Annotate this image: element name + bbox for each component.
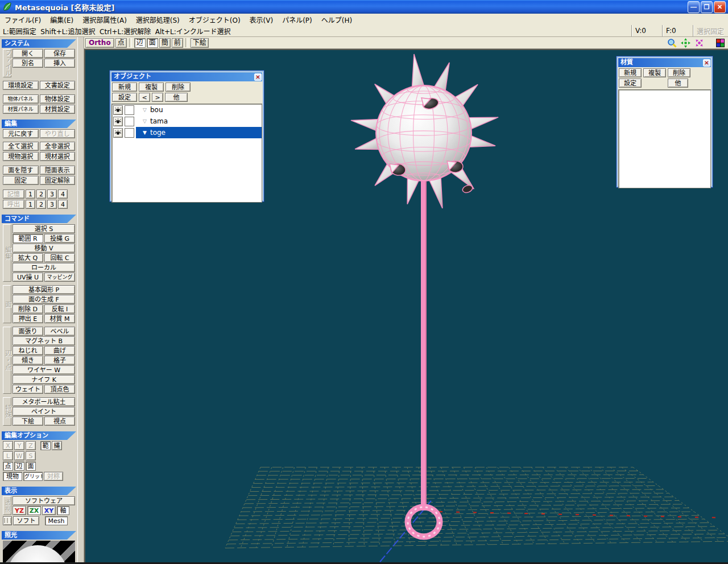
doc-settings-button[interactable]: 文書設定 <box>40 81 76 90</box>
material-panel-button[interactable]: 材質パネル <box>3 105 39 114</box>
weight-command-button[interactable]: ウェイト <box>13 385 43 394</box>
save-as-button[interactable]: 別名 <box>13 59 43 68</box>
vertex-color-command-button[interactable]: 頂点色 <box>44 385 75 394</box>
view-zx-button[interactable]: ZX <box>27 506 41 515</box>
metaball-command-button[interactable]: メタボール粘土 <box>13 397 75 406</box>
recall-slot-2[interactable]: 2 <box>36 200 46 209</box>
scale-command-button[interactable]: 拡大 Q <box>13 253 43 262</box>
object-settings-button[interactable]: 設定 <box>112 93 137 102</box>
primitive-command-button[interactable]: 基本図形 P <box>13 285 75 294</box>
view-mode-color-grid-icon[interactable] <box>716 39 725 47</box>
menu-edit[interactable]: 編集(E) <box>46 14 78 26</box>
menu-help[interactable]: ヘルプ(H) <box>317 14 357 26</box>
face-gen-command-button[interactable]: 面の生成 F <box>13 295 75 304</box>
twist-command-button[interactable]: ねじれ <box>13 346 43 355</box>
insert-button[interactable]: 挿入 <box>44 59 75 68</box>
minimize-button[interactable]: — <box>688 1 700 13</box>
magnet-command-button[interactable]: マグネット B <box>13 336 75 345</box>
extrude-command-button[interactable]: 押出 E <box>13 314 43 323</box>
material-delete-button[interactable]: 削除 <box>668 68 690 77</box>
object-list-row-selected[interactable]: ▼toge <box>112 127 262 138</box>
tilt-command-button[interactable]: 傾き <box>13 356 43 365</box>
memory-button[interactable]: 記憶 <box>3 190 24 199</box>
object-panel-close-icon[interactable]: ✕ <box>254 73 262 81</box>
grid-snap-toggle[interactable]: グリッド <box>23 472 43 481</box>
rotate-view-tool-icon[interactable] <box>694 38 704 48</box>
show-edges-button[interactable]: 辺 <box>134 38 146 48</box>
material-other-button[interactable]: 他 <box>668 79 688 88</box>
object-item[interactable]: ▽bou <box>136 104 262 116</box>
material-panel[interactable]: 材質 ✕ 新規 複製 削除 設定 他 <box>616 56 713 188</box>
sidebar-scroll-strip[interactable] <box>77 37 84 564</box>
uv-command-button[interactable]: UV操 U <box>13 273 43 282</box>
view-yz-button[interactable]: YZ <box>13 506 26 515</box>
lighting-preview[interactable] <box>3 541 75 564</box>
object-next-button[interactable]: > <box>152 93 163 102</box>
invert-command-button[interactable]: 反転 I <box>44 304 75 314</box>
lock-button[interactable]: 固定 <box>3 176 39 185</box>
menu-selection-attr[interactable]: 選択部属性(A) <box>78 14 131 26</box>
show-faces-button[interactable]: 面 <box>147 38 158 48</box>
select-none-button[interactable]: 全非選択 <box>40 142 76 151</box>
material-settings-button[interactable]: 設定 <box>619 79 642 88</box>
recall-button[interactable]: 呼出 <box>3 200 24 209</box>
face-target-toggle[interactable]: 面 <box>26 462 36 471</box>
material-list[interactable] <box>618 89 711 188</box>
redo-button[interactable]: やり直し <box>40 129 76 138</box>
recall-slot-3[interactable]: 3 <box>47 200 57 209</box>
hide-faces-button[interactable]: 面を隠す <box>3 166 39 175</box>
memory-slot-3[interactable]: 3 <box>47 190 57 199</box>
visibility-eye-icon[interactable] <box>113 105 123 115</box>
object-list-row[interactable]: ▽bou <box>112 104 262 116</box>
viewpoint-command-button[interactable]: 視点 <box>44 417 75 426</box>
maximize-button[interactable]: ❐ <box>701 1 713 13</box>
close-button[interactable]: ✕ <box>714 1 726 13</box>
material-duplicate-button[interactable]: 複製 <box>643 68 666 77</box>
lock-checkbox[interactable] <box>125 105 134 115</box>
local-l-toggle[interactable]: L <box>3 451 13 460</box>
pattern-display-button[interactable] <box>3 516 12 525</box>
world-w-toggle[interactable]: W <box>14 451 24 460</box>
simple-display-button[interactable]: 簡 <box>159 38 171 48</box>
visibility-eye-icon[interactable] <box>113 117 123 126</box>
lattice-command-button[interactable]: 格子 <box>44 356 75 365</box>
range-command-button[interactable]: 範囲 R <box>13 234 43 243</box>
wire-command-button[interactable]: ワイヤー W <box>13 365 75 374</box>
face-fill-command-button[interactable]: 面張り <box>13 327 43 336</box>
select-current-object-button[interactable]: 現物選択 <box>3 152 39 161</box>
open-button[interactable]: 開く <box>13 49 43 58</box>
menu-selection-proc[interactable]: 選択部処理(S) <box>131 14 184 26</box>
lasso-command-button[interactable]: 投縄 G <box>44 234 75 243</box>
underlay-command-button[interactable]: 下絵 <box>13 417 43 426</box>
soft-shading-button[interactable]: ソフト <box>13 516 39 525</box>
knife-command-button[interactable]: ナイフ K <box>13 375 75 384</box>
ortho-button[interactable]: Ortho <box>85 38 114 48</box>
software-render-button[interactable]: ソフトウェア <box>13 496 75 505</box>
object-panel[interactable]: オブジェクト ✕ 新規 複製 削除 設定 < > 他 ▽bou ▽ta <box>109 70 264 202</box>
mapping-command-button[interactable]: マッピング <box>44 273 75 282</box>
unlock-button[interactable]: 固定解除 <box>40 176 76 185</box>
object-new-button[interactable]: 新規 <box>112 83 137 92</box>
zoom-tool-icon[interactable] <box>667 38 677 48</box>
select-current-material-button[interactable]: 現材選択 <box>40 152 76 161</box>
undo-button[interactable]: 元に戻す <box>3 129 39 138</box>
recall-slot-4[interactable]: 4 <box>58 200 68 209</box>
material-panel-close-icon[interactable]: ✕ <box>703 59 710 67</box>
symmetry-toggle[interactable]: 対称 <box>44 472 63 481</box>
save-button[interactable]: 保存 <box>44 49 75 58</box>
menu-view[interactable]: 表示(V) <box>245 14 278 26</box>
range-mode-toggle[interactable]: 範 <box>40 441 51 450</box>
menu-file[interactable]: ファイル(F) <box>0 14 46 26</box>
memory-slot-1[interactable]: 1 <box>26 190 35 199</box>
delete-command-button[interactable]: 削除 D <box>13 304 43 314</box>
move-command-button[interactable]: 移動 V <box>13 244 75 253</box>
menu-object[interactable]: オブジェクト(O) <box>184 14 245 26</box>
axis-display-button[interactable]: 軸 <box>57 506 69 515</box>
axis-x-toggle[interactable]: X <box>3 441 13 450</box>
axis-y-toggle[interactable]: Y <box>14 441 24 450</box>
select-all-button[interactable]: 全て選択 <box>3 142 39 151</box>
material-settings-button[interactable]: 材質設定 <box>40 105 76 114</box>
show-points-button[interactable]: 点 <box>115 38 127 48</box>
collapsed-triangle-icon[interactable]: ▽ <box>143 118 147 124</box>
object-prev-button[interactable]: < <box>139 93 150 102</box>
